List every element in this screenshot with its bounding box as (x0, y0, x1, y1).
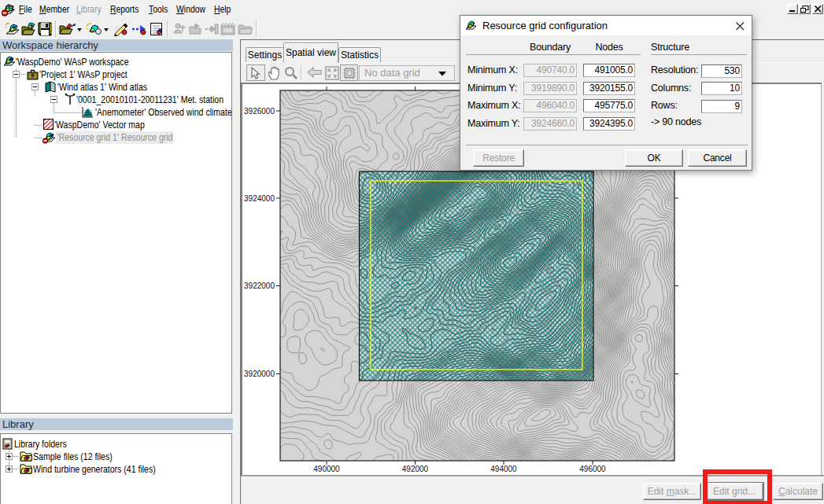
svg-text:3920000: 3920000 (244, 370, 275, 378)
svg-text:3924000: 3924000 (244, 194, 275, 203)
svg-text:492000: 492000 (402, 465, 429, 473)
svg-text:3922000: 3922000 (244, 281, 275, 290)
svg-text:496000: 496000 (579, 465, 606, 473)
svg-text:3926000: 3926000 (244, 107, 275, 116)
svg-text:494000: 494000 (490, 465, 517, 473)
svg-text:490000: 490000 (313, 465, 340, 473)
